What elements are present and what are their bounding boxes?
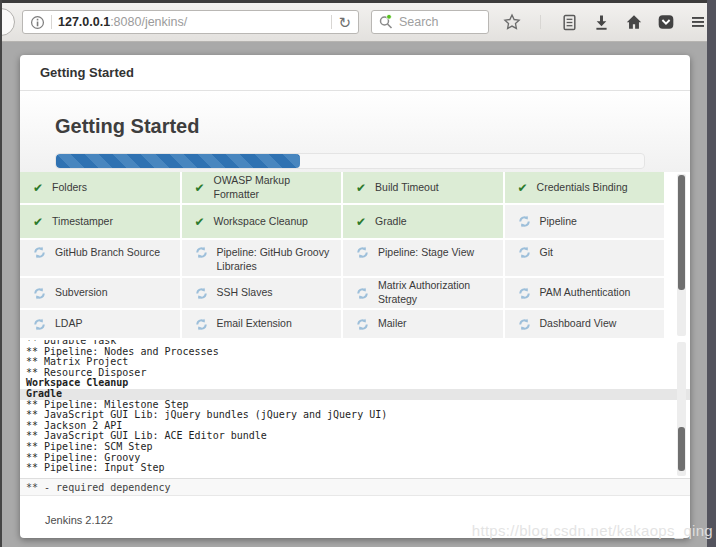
dialog-title: Getting Started	[20, 55, 690, 91]
plugin-label: Matrix Authorization Strategy	[378, 279, 495, 306]
plugin-cell-pending: Pipeline: Stage View	[343, 240, 503, 276]
spinner-icon	[195, 246, 208, 259]
spinner-icon	[356, 287, 369, 300]
log-lines: ** Durable Task** Pipeline: Nodes and Pr…	[20, 340, 690, 474]
plugin-label: Timestamper	[52, 215, 113, 229]
plugin-label: Credentials Binding	[537, 181, 628, 195]
url-path: :8080/jenkins/	[110, 15, 187, 29]
back-button[interactable]	[0, 8, 15, 36]
pocket-icon[interactable]	[656, 13, 675, 32]
plugin-label: Pipeline	[540, 215, 577, 229]
window-border-right	[707, 0, 716, 547]
plugin-label: Subversion	[55, 286, 108, 300]
plugin-row: Subversion SSH Slaves Matrix Authorizati…	[20, 278, 666, 308]
plugin-cell-pending: LDAP	[20, 310, 180, 338]
watermark: https://blog.csdn.net/kakaops_qing	[472, 522, 713, 539]
check-icon: ✔	[518, 182, 528, 194]
plugin-cell-pending: Pipeline: GitHub Groovy Libraries	[182, 240, 342, 276]
spinner-icon	[356, 318, 369, 331]
search-placeholder: Search	[399, 15, 439, 29]
spinner-icon	[33, 318, 46, 331]
url-divider	[331, 15, 332, 29]
url-bar[interactable]: 127.0.0.1 :8080/jenkins/ ↻	[22, 10, 359, 34]
plugin-row: LDAP Email Extension Mailer Dashboard Vi…	[20, 310, 666, 338]
reload-button[interactable]: ↻	[338, 15, 351, 30]
plugin-label: Folders	[52, 181, 87, 195]
spinner-icon	[518, 318, 531, 331]
install-log: ** Durable Task** Pipeline: Nodes and Pr…	[20, 340, 690, 478]
plugin-label: LDAP	[55, 317, 82, 331]
plugin-label: Git	[540, 246, 553, 260]
log-line: Workspace Cleanup	[26, 378, 666, 389]
bookmarks-sidebar-icon[interactable]	[560, 13, 579, 32]
url-divider	[51, 15, 52, 29]
spinner-icon	[356, 246, 369, 259]
spinner-icon	[195, 287, 208, 300]
plugin-row: GitHub Branch Source Pipeline: GitHub Gr…	[20, 240, 666, 276]
log-scrollbar-thumb[interactable]	[678, 427, 685, 471]
progress-fill	[56, 154, 300, 168]
plugin-cell-done: ✔Workspace Cleanup	[182, 205, 342, 238]
plugin-cell-pending: Matrix Authorization Strategy	[343, 278, 503, 308]
plugin-label: Mailer	[378, 317, 407, 331]
plugin-label: Email Extension	[217, 317, 292, 331]
plugin-label: PAM Authentication	[540, 286, 631, 300]
install-progress-bar	[55, 153, 645, 169]
plugin-cell-pending: PAM Authentication	[505, 278, 665, 308]
plugin-cell-done: ✔Build Timeout	[343, 172, 503, 203]
grid-scrollbar[interactable]	[677, 174, 686, 336]
browser-toolbar: 127.0.0.1 :8080/jenkins/ ↻ Search	[2, 3, 707, 42]
check-icon: ✔	[356, 216, 366, 228]
plugin-grid: ✔Folders✔OWASP Markup Formatter✔Build Ti…	[20, 172, 690, 338]
firefox-window: 127.0.0.1 :8080/jenkins/ ↻ Search	[0, 0, 716, 547]
log-line: ** Pipeline: Input Step	[26, 463, 666, 474]
spinner-icon	[33, 246, 46, 259]
page-title: Getting Started	[20, 91, 690, 138]
plugin-cell-pending: Pipeline	[505, 205, 665, 238]
getting-started-panel: Getting Started	[20, 91, 690, 172]
plugin-label: SSH Slaves	[217, 286, 273, 300]
log-scrollbar[interactable]	[677, 342, 686, 476]
spinner-icon	[195, 318, 208, 331]
plugin-cell-done: ✔Credentials Binding	[505, 172, 665, 203]
site-info-icon[interactable]	[30, 15, 45, 30]
menu-icon[interactable]	[688, 13, 707, 32]
plugin-cell-pending: Git	[505, 240, 665, 276]
plugin-label: GitHub Branch Source	[55, 246, 160, 260]
plugin-label: Workspace Cleanup	[214, 215, 308, 229]
check-icon: ✔	[195, 182, 205, 194]
setup-wizard-dialog: Getting Started Getting Started ✔Folders…	[20, 55, 690, 538]
grid-scrollbar-thumb[interactable]	[678, 175, 685, 290]
spinner-icon	[33, 287, 46, 300]
plugin-row: ✔Timestamper✔Workspace Cleanup✔Gradle Pi…	[20, 205, 666, 238]
spinner-icon	[518, 215, 531, 228]
plugin-cell-done: ✔Timestamper	[20, 205, 180, 238]
downloads-icon[interactable]	[592, 13, 611, 32]
home-icon[interactable]	[624, 13, 643, 32]
check-icon: ✔	[33, 182, 43, 194]
plugin-cell-pending: Mailer	[343, 310, 503, 338]
search-bar[interactable]: Search	[371, 10, 489, 34]
plugin-cell-pending: Dashboard View	[505, 310, 665, 338]
window-border-left	[0, 0, 2, 547]
plugin-label: OWASP Markup Formatter	[214, 174, 333, 201]
log-line: ** Pipeline: SCM Step	[26, 442, 666, 453]
plugin-cell-done: ✔Gradle	[343, 205, 503, 238]
plugin-cell-pending: GitHub Branch Source	[20, 240, 180, 276]
plugin-cell-done: ✔OWASP Markup Formatter	[182, 172, 342, 203]
spinner-icon	[518, 287, 531, 300]
log-line: Gradle	[20, 389, 690, 400]
plugin-cell-done: ✔Folders	[20, 172, 180, 203]
bookmark-star-button[interactable]	[502, 13, 521, 32]
check-icon: ✔	[356, 182, 366, 194]
search-icon[interactable]	[378, 14, 394, 30]
plugin-label: Pipeline: GitHub Groovy Libraries	[217, 246, 334, 273]
plugin-label: Gradle	[375, 215, 407, 229]
plugin-label: Dashboard View	[540, 317, 617, 331]
toolbar-buttons	[502, 13, 707, 32]
plugin-row: ✔Folders✔OWASP Markup Formatter✔Build Ti…	[20, 172, 666, 203]
plugin-label: Build Timeout	[375, 181, 439, 195]
window-border-top	[0, 0, 716, 3]
check-icon: ✔	[33, 216, 43, 228]
plugin-label: Pipeline: Stage View	[378, 246, 474, 260]
